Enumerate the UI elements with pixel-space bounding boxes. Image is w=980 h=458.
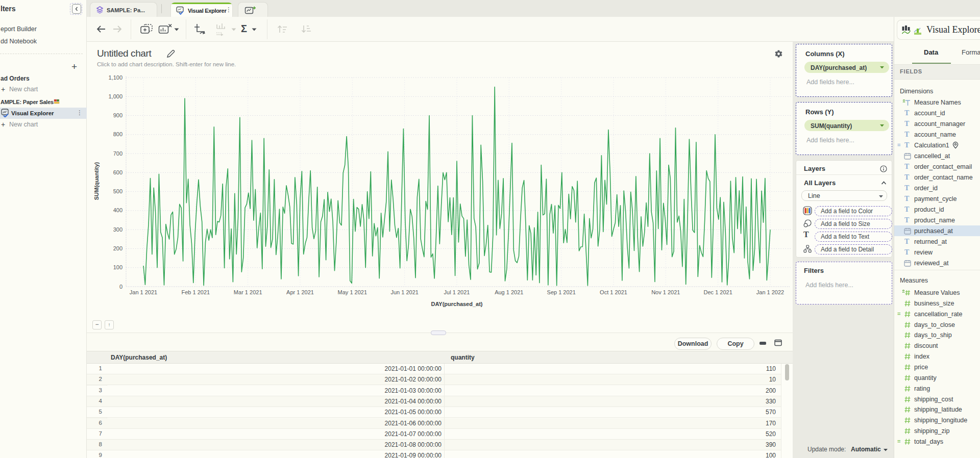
svg-text:Feb 1 2021: Feb 1 2021 xyxy=(181,289,210,295)
svg-text:1,000: 1,000 xyxy=(108,93,122,99)
svg-text:1,100: 1,100 xyxy=(108,74,122,81)
svg-text:Jan 1 2021: Jan 1 2021 xyxy=(130,289,157,295)
svg-text:0: 0 xyxy=(119,284,122,290)
svg-text:Aug 1 2021: Aug 1 2021 xyxy=(495,289,523,295)
svg-text:Nov 1 2021: Nov 1 2021 xyxy=(651,289,680,295)
svg-text:500: 500 xyxy=(113,188,122,194)
svg-text:700: 700 xyxy=(113,150,122,157)
svg-text:Apr 1 2021: Apr 1 2021 xyxy=(286,289,314,295)
svg-text:DAY(purchased_at): DAY(purchased_at) xyxy=(431,301,482,307)
svg-text:100: 100 xyxy=(113,264,122,270)
svg-text:Jul 1 2021: Jul 1 2021 xyxy=(444,289,470,295)
svg-text:400: 400 xyxy=(113,207,122,213)
svg-text:Mar 1 2021: Mar 1 2021 xyxy=(234,289,262,295)
svg-text:800: 800 xyxy=(113,131,122,137)
svg-text:Dec 1 2021: Dec 1 2021 xyxy=(704,289,732,295)
svg-text:Oct 1 2021: Oct 1 2021 xyxy=(600,289,627,295)
svg-text:600: 600 xyxy=(113,169,122,175)
svg-text:300: 300 xyxy=(113,226,122,233)
svg-text:May 1 2021: May 1 2021 xyxy=(338,289,367,295)
svg-text:Jan 1 2022: Jan 1 2022 xyxy=(756,289,784,295)
svg-text:Jun 1 2021: Jun 1 2021 xyxy=(390,289,418,295)
svg-text:Sep 1 2021: Sep 1 2021 xyxy=(547,289,576,295)
svg-text:200: 200 xyxy=(113,245,122,251)
svg-text:900: 900 xyxy=(113,112,122,118)
svg-text:SUM(quantity): SUM(quantity) xyxy=(93,162,100,200)
